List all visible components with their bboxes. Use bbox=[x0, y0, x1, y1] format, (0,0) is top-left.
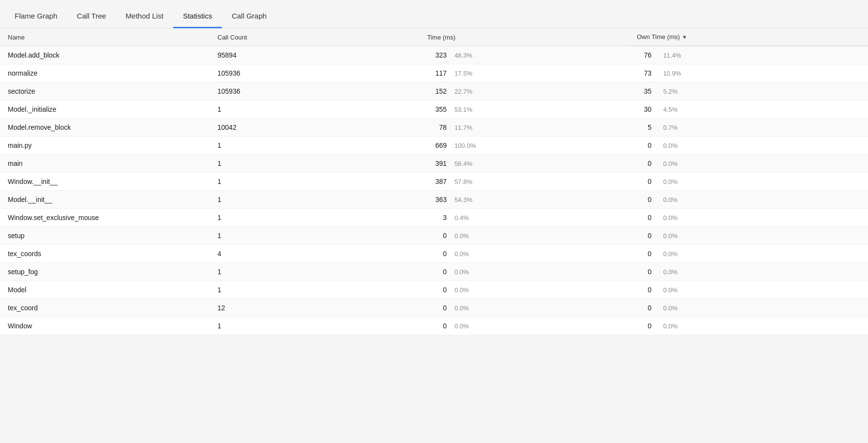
own-time-pct: 0.0% bbox=[663, 196, 690, 203]
table-row[interactable]: tex_coords 4 0 0.0% 0 0.0% bbox=[0, 245, 868, 263]
cell-callcount: 1 bbox=[210, 263, 419, 281]
time-pct: 54.3% bbox=[454, 196, 484, 203]
cell-owntime: 30 4.5% bbox=[629, 101, 868, 119]
cell-time: 0 0.0% bbox=[419, 263, 629, 281]
cell-name: Window.set_exclusive_mouse bbox=[0, 209, 210, 227]
table-header-row: Name Call Count Time (ms) Own Time (ms) … bbox=[0, 28, 868, 46]
own-time-value: 0 bbox=[637, 304, 651, 312]
cell-owntime: 0 0.0% bbox=[629, 299, 868, 317]
own-time-value: 0 bbox=[637, 178, 651, 185]
time-pct: 17.5% bbox=[454, 70, 484, 77]
cell-name: Model bbox=[0, 281, 210, 299]
cell-callcount: 1 bbox=[210, 173, 419, 191]
cell-callcount: 105936 bbox=[210, 64, 419, 82]
table-row[interactable]: Model._initialize 1 355 53.1% 30 4.5% bbox=[0, 101, 868, 119]
cell-callcount: 1 bbox=[210, 227, 419, 245]
tab-flame-graph[interactable]: Flame Graph bbox=[5, 7, 67, 28]
own-time-pct: 0.7% bbox=[663, 124, 690, 131]
table-row[interactable]: Model.remove_block 10042 78 11.7% 5 0.7% bbox=[0, 119, 868, 137]
col-header-callcount[interactable]: Call Count bbox=[210, 28, 419, 46]
statistics-table: Name Call Count Time (ms) Own Time (ms) … bbox=[0, 28, 868, 335]
cell-time: 669 100.0% bbox=[419, 137, 629, 155]
table-row[interactable]: setup 1 0 0.0% 0 0.0% bbox=[0, 227, 868, 245]
cell-owntime: 0 0.0% bbox=[629, 227, 868, 245]
cell-time: 387 57.8% bbox=[419, 173, 629, 191]
col-owntime-container: Own Time (ms) ▼ bbox=[637, 33, 687, 40]
cell-name: Window bbox=[0, 317, 210, 335]
time-value: 117 bbox=[427, 69, 447, 77]
time-value: 363 bbox=[427, 196, 447, 203]
own-time-value: 5 bbox=[637, 123, 651, 131]
table-row[interactable]: Model.add_block 95894 323 48.3% 76 11.4% bbox=[0, 46, 868, 64]
cell-callcount: 1 bbox=[210, 191, 419, 209]
cell-name: sectorize bbox=[0, 82, 210, 101]
table-row[interactable]: Model 1 0 0.0% 0 0.0% bbox=[0, 281, 868, 299]
cell-callcount: 1 bbox=[210, 209, 419, 227]
time-pct: 0.0% bbox=[454, 250, 484, 258]
cell-owntime: 0 0.0% bbox=[629, 191, 868, 209]
table-row[interactable]: normalize 105936 117 17.5% 73 10.9% bbox=[0, 64, 868, 82]
own-time-pct: 4.5% bbox=[663, 106, 690, 113]
own-time-pct: 0.0% bbox=[663, 232, 690, 240]
own-time-pct: 10.9% bbox=[663, 70, 690, 77]
tab-bar: Flame GraphCall TreeMethod ListStatistic… bbox=[0, 0, 868, 28]
own-time-pct: 0.0% bbox=[663, 250, 690, 258]
table-row[interactable]: main 1 391 58.4% 0 0.0% bbox=[0, 155, 868, 173]
table-row[interactable]: tex_coord 12 0 0.0% 0 0.0% bbox=[0, 299, 868, 317]
time-value: 3 bbox=[427, 214, 447, 222]
cell-owntime: 0 0.0% bbox=[629, 155, 868, 173]
table-row[interactable]: Window 1 0 0.0% 0 0.0% bbox=[0, 317, 868, 335]
table-row[interactable]: Window.set_exclusive_mouse 1 3 0.4% 0 0.… bbox=[0, 209, 868, 227]
cell-name: Model.__init__ bbox=[0, 191, 210, 209]
time-value: 387 bbox=[427, 178, 447, 185]
cell-owntime: 35 5.2% bbox=[629, 82, 868, 101]
col-header-name[interactable]: Name bbox=[0, 28, 210, 46]
cell-callcount: 1 bbox=[210, 155, 419, 173]
cell-time: 323 48.3% bbox=[419, 46, 629, 64]
time-pct: 48.3% bbox=[454, 52, 484, 59]
time-value: 355 bbox=[427, 105, 447, 113]
time-pct: 0.0% bbox=[454, 232, 484, 240]
own-time-value: 0 bbox=[637, 286, 651, 294]
table-row[interactable]: Window.__init__ 1 387 57.8% 0 0.0% bbox=[0, 173, 868, 191]
own-time-pct: 0.0% bbox=[663, 214, 690, 222]
time-pct: 11.7% bbox=[454, 124, 484, 131]
col-header-owntime[interactable]: Own Time (ms) ▼ bbox=[629, 28, 868, 46]
own-time-value: 0 bbox=[637, 232, 651, 240]
col-name-label: Name bbox=[8, 34, 25, 41]
table-body: Model.add_block 95894 323 48.3% 76 11.4%… bbox=[0, 46, 868, 335]
cell-callcount: 1 bbox=[210, 137, 419, 155]
own-time-pct: 0.0% bbox=[663, 304, 690, 312]
table-row[interactable]: sectorize 105936 152 22.7% 35 5.2% bbox=[0, 82, 868, 101]
cell-time: 355 53.1% bbox=[419, 101, 629, 119]
tab-statistics[interactable]: Statistics bbox=[173, 7, 222, 28]
table-row[interactable]: setup_fog 1 0 0.0% 0 0.0% bbox=[0, 263, 868, 281]
own-time-value: 0 bbox=[637, 214, 651, 222]
own-time-value: 0 bbox=[637, 250, 651, 258]
time-value: 0 bbox=[427, 232, 447, 240]
cell-callcount: 1 bbox=[210, 101, 419, 119]
tab-call-tree[interactable]: Call Tree bbox=[67, 7, 116, 28]
own-time-pct: 0.0% bbox=[663, 178, 690, 185]
tab-method-list[interactable]: Method List bbox=[116, 7, 174, 28]
cell-time: 3 0.4% bbox=[419, 209, 629, 227]
table-row[interactable]: main.py 1 669 100.0% 0 0.0% bbox=[0, 137, 868, 155]
col-time-label: Time (ms) bbox=[427, 34, 455, 41]
cell-name: setup bbox=[0, 227, 210, 245]
cell-name: setup_fog bbox=[0, 263, 210, 281]
cell-owntime: 76 11.4% bbox=[629, 46, 868, 64]
tab-call-graph[interactable]: Call Graph bbox=[222, 7, 276, 28]
time-pct: 0.0% bbox=[454, 286, 484, 294]
own-time-pct: 5.2% bbox=[663, 88, 690, 95]
table-row[interactable]: Model.__init__ 1 363 54.3% 0 0.0% bbox=[0, 191, 868, 209]
cell-owntime: 73 10.9% bbox=[629, 64, 868, 82]
cell-time: 391 58.4% bbox=[419, 155, 629, 173]
cell-owntime: 0 0.0% bbox=[629, 245, 868, 263]
cell-name: main.py bbox=[0, 137, 210, 155]
table-container: Name Call Count Time (ms) Own Time (ms) … bbox=[0, 28, 868, 335]
col-header-time[interactable]: Time (ms) bbox=[419, 28, 629, 46]
time-pct: 0.0% bbox=[454, 304, 484, 312]
cell-callcount: 10042 bbox=[210, 119, 419, 137]
cell-time: 0 0.0% bbox=[419, 245, 629, 263]
own-time-pct: 0.0% bbox=[663, 142, 690, 149]
